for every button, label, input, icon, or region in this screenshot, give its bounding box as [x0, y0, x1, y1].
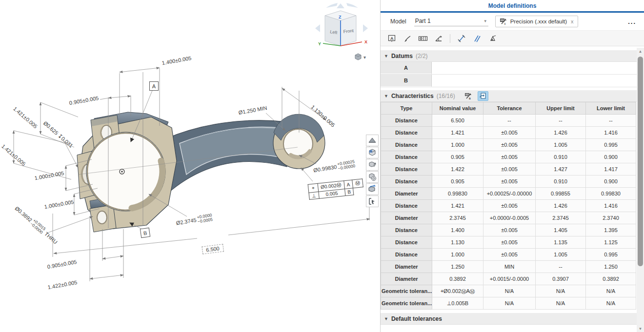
distance-dimension-button[interactable] [455, 32, 468, 45]
characteristic-row[interactable]: Distance1.421±0.0051.4261.416 [381, 127, 636, 139]
column-header[interactable]: Lower limit [586, 102, 636, 115]
characteristic-row[interactable]: Distance1.000±0.0051.0050.995 [381, 139, 636, 151]
characteristic-value-cell[interactable]: MIN [483, 261, 536, 273]
characteristic-value-cell[interactable]: ±0.005 [483, 249, 536, 261]
close-icon[interactable]: x [571, 19, 574, 24]
characteristic-type-cell[interactable]: Diameter [381, 188, 432, 200]
column-header[interactable]: Nominal value [432, 102, 483, 115]
characteristic-row[interactable]: Diameter2.3745+0.0000/-0.00052.37452.374… [381, 212, 636, 224]
scrollbar-thumb[interactable] [638, 57, 643, 266]
characteristic-value-cell[interactable]: ±0.005 [483, 176, 536, 188]
characteristic-type-cell[interactable]: Distance [381, 200, 432, 212]
connecting-rod-beam[interactable] [164, 120, 287, 194]
characteristic-value-cell[interactable]: -- [536, 115, 586, 127]
characteristic-value-cell[interactable]: 0.900 [586, 151, 636, 163]
characteristic-value-cell[interactable]: ±0.005 [483, 236, 536, 249]
scroll-down-icon[interactable]: ▼ [637, 325, 644, 332]
column-header[interactable]: Tolerance [483, 102, 536, 115]
characteristic-row[interactable]: Distance1.000±0.0051.0050.995 [381, 249, 636, 261]
characteristic-value-cell[interactable]: 0.905 [432, 176, 483, 188]
characteristic-value-cell[interactable]: 1.250 [432, 261, 483, 273]
characteristic-value-cell[interactable]: N/A [536, 285, 586, 297]
characteristic-value-cell[interactable]: N/A [586, 297, 636, 310]
characteristic-value-cell[interactable]: -- [536, 261, 586, 273]
characteristic-row[interactable]: Distance1.400±0.0051.4051.395 [381, 224, 636, 236]
characteristic-value-cell[interactable]: ⌖Ø0.002ⓂAⓂ [432, 285, 483, 297]
edit-tolerances-button[interactable]: ± [463, 91, 474, 101]
characteristic-type-cell[interactable]: Distance [381, 115, 432, 127]
characteristic-value-cell[interactable]: 1.250 [586, 261, 636, 273]
characteristic-value-cell[interactable]: 1.130 [432, 236, 483, 249]
angle-dimension-button[interactable] [432, 32, 445, 45]
characteristic-row[interactable]: Distance1.421±0.0051.4261.416 [381, 200, 636, 212]
characteristic-value-cell[interactable]: 0.910 [536, 151, 586, 163]
characteristic-value-cell[interactable]: 1.395 [586, 224, 636, 236]
characteristic-type-cell[interactable]: Distance [381, 236, 432, 249]
default-tolerances-section-header[interactable]: ▼ Default tolerances [381, 313, 637, 325]
characteristic-value-cell[interactable]: N/A [586, 285, 636, 297]
panel-scrollbar[interactable]: ▲ ▼ [637, 48, 644, 332]
characteristic-value-cell[interactable]: 0.905 [432, 151, 483, 163]
cube-rotate-button[interactable] [366, 159, 379, 171]
characteristic-row[interactable]: Diameter1.250MIN--1.250 [381, 261, 636, 273]
characteristic-type-cell[interactable]: Distance [381, 249, 432, 261]
characteristic-row[interactable]: Distance0.905±0.0050.9100.900 [381, 151, 636, 163]
characteristic-value-cell[interactable]: 0.3892 [432, 273, 483, 285]
datum-label-cell[interactable]: B [381, 75, 432, 87]
model-dropdown[interactable]: Part 1 ▼ [414, 17, 488, 26]
characteristic-value-cell[interactable]: 0.99830 [432, 188, 483, 200]
characteristic-value-cell[interactable]: 0.995 [586, 139, 636, 151]
datum-label-box[interactable]: A [149, 81, 159, 91]
characteristic-row[interactable]: Diameter0.99830+0.00025/-0.000000.998550… [381, 188, 636, 200]
characteristic-row[interactable]: Distance6.500------ [381, 115, 636, 127]
panel-title[interactable]: Model definitions [381, 2, 644, 9]
feature-control-frame-button[interactable] [417, 32, 429, 45]
characteristic-value-cell[interactable]: 1.400 [432, 224, 483, 236]
characteristics-section-header[interactable]: ▼ Characteristics (16/16) ± [381, 90, 637, 102]
characteristic-value-cell[interactable]: 1.005 [536, 139, 586, 151]
cube-grid-button[interactable] [366, 147, 379, 158]
characteristic-value-cell[interactable]: 0.99855 [536, 188, 586, 200]
characteristic-value-cell[interactable]: 0.900 [586, 176, 636, 188]
model-viewport[interactable]: 1.400±0.0050.905±0.0051.421±0.005Ø0.625 … [0, 0, 380, 332]
characteristic-value-cell[interactable]: 1.417 [586, 163, 636, 176]
characteristic-value-cell[interactable]: N/A [483, 285, 536, 297]
characteristic-type-cell[interactable]: Distance [381, 151, 432, 163]
characteristic-value-cell[interactable]: +0.0015/-0.0000 [483, 273, 536, 285]
characteristic-value-cell[interactable]: 1.427 [536, 163, 586, 176]
characteristic-value-cell[interactable]: 1.405 [536, 224, 586, 236]
parallel-tolerance-button[interactable] [471, 32, 483, 45]
characteristic-value-cell[interactable]: 1.416 [586, 200, 636, 212]
characteristic-value-cell[interactable]: 1.421 [432, 200, 483, 212]
characteristic-value-cell[interactable]: ⊥0.005B [432, 297, 483, 310]
characteristic-value-cell[interactable]: 2.3745 [432, 212, 483, 224]
characteristic-row[interactable]: Geometric toleran...⌖Ø0.002ⓂAⓂN/AN/AN/A [381, 285, 636, 297]
characteristic-type-cell[interactable]: Distance [381, 176, 432, 188]
characteristic-value-cell[interactable]: ±0.005 [483, 127, 536, 139]
precision-chip[interactable]: ± Precision (.xxx default) x [495, 16, 578, 27]
characteristic-row[interactable]: Diameter0.3892+0.0015/-0.00000.39070.389… [381, 273, 636, 285]
characteristic-value-cell[interactable]: 2.3740 [586, 212, 636, 224]
characteristic-type-cell[interactable]: Distance [381, 163, 432, 176]
big-end-block[interactable] [77, 112, 177, 232]
characteristic-value-cell[interactable]: 1.005 [536, 249, 586, 261]
view-cube-left-label[interactable]: Left [330, 29, 338, 35]
characteristic-value-cell[interactable]: ±0.005 [483, 224, 536, 236]
datum-row[interactable]: B [381, 75, 637, 87]
characteristic-type-cell[interactable]: Distance [381, 139, 432, 151]
scroll-up-icon[interactable]: ▲ [637, 48, 644, 55]
display-mode-button[interactable]: ▾ [354, 52, 372, 62]
characteristic-value-cell[interactable]: 1.135 [536, 236, 586, 249]
characteristic-row[interactable]: Distance1.422±0.0051.4271.417 [381, 163, 636, 176]
characteristic-type-cell[interactable]: Distance [381, 127, 432, 139]
column-header[interactable]: Type [381, 102, 432, 115]
explode-view-button[interactable] [366, 183, 379, 195]
characteristic-type-cell[interactable]: Diameter [381, 212, 432, 224]
characteristic-value-cell[interactable]: ±0.005 [483, 151, 536, 163]
characteristic-type-cell[interactable]: Geometric toleran... [381, 297, 432, 310]
characteristic-value-cell[interactable]: ±0.005 [483, 200, 536, 212]
datum-feature-button[interactable] [486, 32, 499, 45]
column-header[interactable]: Upper limit [536, 102, 586, 115]
characteristic-row[interactable]: Distance1.130±0.0051.1351.125 [381, 236, 636, 249]
leader-dimension-button[interactable] [401, 32, 414, 45]
